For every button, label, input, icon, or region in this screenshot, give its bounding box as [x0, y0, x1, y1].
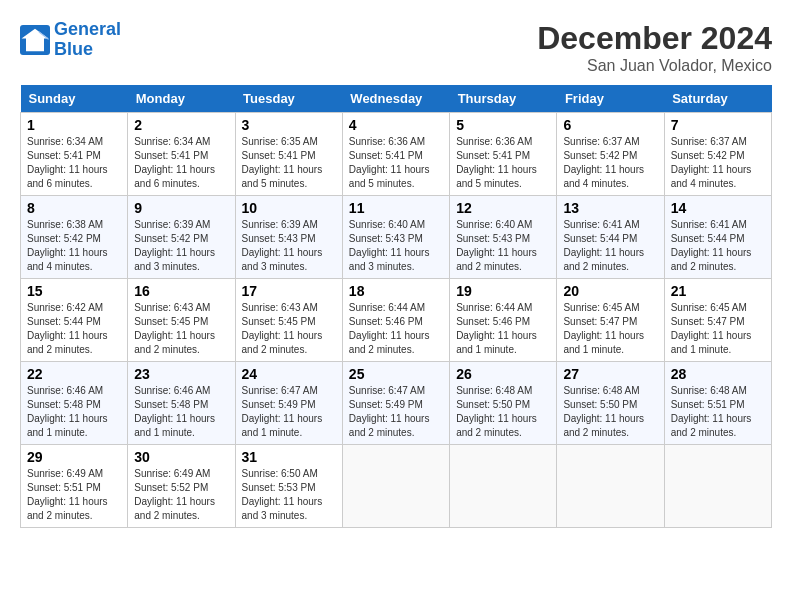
day-info: Sunrise: 6:44 AMSunset: 5:46 PMDaylight:… — [456, 301, 550, 357]
day-number: 20 — [563, 283, 657, 299]
logo-icon — [20, 25, 50, 55]
week-row-4: 22Sunrise: 6:46 AMSunset: 5:48 PMDayligh… — [21, 362, 772, 445]
day-number: 13 — [563, 200, 657, 216]
day-number: 8 — [27, 200, 121, 216]
calendar-cell — [342, 445, 449, 528]
col-header-tuesday: Tuesday — [235, 85, 342, 113]
week-row-3: 15Sunrise: 6:42 AMSunset: 5:44 PMDayligh… — [21, 279, 772, 362]
day-number: 30 — [134, 449, 228, 465]
day-info: Sunrise: 6:49 AMSunset: 5:52 PMDaylight:… — [134, 467, 228, 523]
day-number: 31 — [242, 449, 336, 465]
calendar-cell: 19Sunrise: 6:44 AMSunset: 5:46 PMDayligh… — [450, 279, 557, 362]
calendar-header-row: SundayMondayTuesdayWednesdayThursdayFrid… — [21, 85, 772, 113]
logo-line1: General — [54, 19, 121, 39]
day-info: Sunrise: 6:40 AMSunset: 5:43 PMDaylight:… — [456, 218, 550, 274]
day-info: Sunrise: 6:39 AMSunset: 5:42 PMDaylight:… — [134, 218, 228, 274]
day-info: Sunrise: 6:47 AMSunset: 5:49 PMDaylight:… — [242, 384, 336, 440]
day-info: Sunrise: 6:43 AMSunset: 5:45 PMDaylight:… — [242, 301, 336, 357]
day-number: 10 — [242, 200, 336, 216]
day-info: Sunrise: 6:47 AMSunset: 5:49 PMDaylight:… — [349, 384, 443, 440]
day-number: 19 — [456, 283, 550, 299]
day-info: Sunrise: 6:37 AMSunset: 5:42 PMDaylight:… — [563, 135, 657, 191]
day-number: 12 — [456, 200, 550, 216]
day-number: 15 — [27, 283, 121, 299]
calendar-cell: 2Sunrise: 6:34 AMSunset: 5:41 PMDaylight… — [128, 113, 235, 196]
day-number: 29 — [27, 449, 121, 465]
day-number: 27 — [563, 366, 657, 382]
week-row-1: 1Sunrise: 6:34 AMSunset: 5:41 PMDaylight… — [21, 113, 772, 196]
day-info: Sunrise: 6:46 AMSunset: 5:48 PMDaylight:… — [27, 384, 121, 440]
calendar-cell: 11Sunrise: 6:40 AMSunset: 5:43 PMDayligh… — [342, 196, 449, 279]
calendar-cell: 28Sunrise: 6:48 AMSunset: 5:51 PMDayligh… — [664, 362, 771, 445]
day-info: Sunrise: 6:36 AMSunset: 5:41 PMDaylight:… — [349, 135, 443, 191]
calendar-cell: 8Sunrise: 6:38 AMSunset: 5:42 PMDaylight… — [21, 196, 128, 279]
day-info: Sunrise: 6:50 AMSunset: 5:53 PMDaylight:… — [242, 467, 336, 523]
week-row-2: 8Sunrise: 6:38 AMSunset: 5:42 PMDaylight… — [21, 196, 772, 279]
day-info: Sunrise: 6:37 AMSunset: 5:42 PMDaylight:… — [671, 135, 765, 191]
day-number: 28 — [671, 366, 765, 382]
day-number: 16 — [134, 283, 228, 299]
calendar-cell: 13Sunrise: 6:41 AMSunset: 5:44 PMDayligh… — [557, 196, 664, 279]
day-info: Sunrise: 6:49 AMSunset: 5:51 PMDaylight:… — [27, 467, 121, 523]
col-header-monday: Monday — [128, 85, 235, 113]
day-info: Sunrise: 6:45 AMSunset: 5:47 PMDaylight:… — [563, 301, 657, 357]
calendar-cell: 24Sunrise: 6:47 AMSunset: 5:49 PMDayligh… — [235, 362, 342, 445]
calendar-cell: 15Sunrise: 6:42 AMSunset: 5:44 PMDayligh… — [21, 279, 128, 362]
calendar-cell: 4Sunrise: 6:36 AMSunset: 5:41 PMDaylight… — [342, 113, 449, 196]
day-number: 25 — [349, 366, 443, 382]
day-info: Sunrise: 6:48 AMSunset: 5:51 PMDaylight:… — [671, 384, 765, 440]
location-title: San Juan Volador, Mexico — [537, 57, 772, 75]
calendar-cell: 25Sunrise: 6:47 AMSunset: 5:49 PMDayligh… — [342, 362, 449, 445]
day-number: 6 — [563, 117, 657, 133]
calendar-table: SundayMondayTuesdayWednesdayThursdayFrid… — [20, 85, 772, 528]
day-info: Sunrise: 6:41 AMSunset: 5:44 PMDaylight:… — [563, 218, 657, 274]
day-info: Sunrise: 6:43 AMSunset: 5:45 PMDaylight:… — [134, 301, 228, 357]
calendar-cell — [557, 445, 664, 528]
day-info: Sunrise: 6:46 AMSunset: 5:48 PMDaylight:… — [134, 384, 228, 440]
month-title: December 2024 — [537, 20, 772, 57]
col-header-saturday: Saturday — [664, 85, 771, 113]
day-info: Sunrise: 6:36 AMSunset: 5:41 PMDaylight:… — [456, 135, 550, 191]
calendar-cell: 5Sunrise: 6:36 AMSunset: 5:41 PMDaylight… — [450, 113, 557, 196]
calendar-cell — [450, 445, 557, 528]
day-number: 1 — [27, 117, 121, 133]
calendar-cell: 9Sunrise: 6:39 AMSunset: 5:42 PMDaylight… — [128, 196, 235, 279]
day-info: Sunrise: 6:39 AMSunset: 5:43 PMDaylight:… — [242, 218, 336, 274]
day-number: 4 — [349, 117, 443, 133]
day-number: 22 — [27, 366, 121, 382]
day-number: 11 — [349, 200, 443, 216]
logo-line2: Blue — [54, 39, 93, 59]
week-row-5: 29Sunrise: 6:49 AMSunset: 5:51 PMDayligh… — [21, 445, 772, 528]
day-number: 7 — [671, 117, 765, 133]
day-info: Sunrise: 6:45 AMSunset: 5:47 PMDaylight:… — [671, 301, 765, 357]
day-info: Sunrise: 6:40 AMSunset: 5:43 PMDaylight:… — [349, 218, 443, 274]
day-info: Sunrise: 6:38 AMSunset: 5:42 PMDaylight:… — [27, 218, 121, 274]
calendar-cell: 17Sunrise: 6:43 AMSunset: 5:45 PMDayligh… — [235, 279, 342, 362]
calendar-cell: 3Sunrise: 6:35 AMSunset: 5:41 PMDaylight… — [235, 113, 342, 196]
day-info: Sunrise: 6:44 AMSunset: 5:46 PMDaylight:… — [349, 301, 443, 357]
day-number: 21 — [671, 283, 765, 299]
calendar-cell: 16Sunrise: 6:43 AMSunset: 5:45 PMDayligh… — [128, 279, 235, 362]
col-header-sunday: Sunday — [21, 85, 128, 113]
day-number: 23 — [134, 366, 228, 382]
day-number: 26 — [456, 366, 550, 382]
calendar-cell: 6Sunrise: 6:37 AMSunset: 5:42 PMDaylight… — [557, 113, 664, 196]
calendar-cell: 27Sunrise: 6:48 AMSunset: 5:50 PMDayligh… — [557, 362, 664, 445]
calendar-cell: 7Sunrise: 6:37 AMSunset: 5:42 PMDaylight… — [664, 113, 771, 196]
day-info: Sunrise: 6:41 AMSunset: 5:44 PMDaylight:… — [671, 218, 765, 274]
logo-text: General Blue — [54, 20, 121, 60]
calendar-cell: 21Sunrise: 6:45 AMSunset: 5:47 PMDayligh… — [664, 279, 771, 362]
calendar-cell: 18Sunrise: 6:44 AMSunset: 5:46 PMDayligh… — [342, 279, 449, 362]
day-number: 18 — [349, 283, 443, 299]
col-header-friday: Friday — [557, 85, 664, 113]
day-number: 3 — [242, 117, 336, 133]
day-number: 14 — [671, 200, 765, 216]
day-number: 24 — [242, 366, 336, 382]
calendar-cell: 14Sunrise: 6:41 AMSunset: 5:44 PMDayligh… — [664, 196, 771, 279]
day-number: 5 — [456, 117, 550, 133]
col-header-thursday: Thursday — [450, 85, 557, 113]
page-header: General Blue December 2024 San Juan Vola… — [20, 20, 772, 75]
day-info: Sunrise: 6:42 AMSunset: 5:44 PMDaylight:… — [27, 301, 121, 357]
calendar-cell: 1Sunrise: 6:34 AMSunset: 5:41 PMDaylight… — [21, 113, 128, 196]
calendar-cell: 23Sunrise: 6:46 AMSunset: 5:48 PMDayligh… — [128, 362, 235, 445]
